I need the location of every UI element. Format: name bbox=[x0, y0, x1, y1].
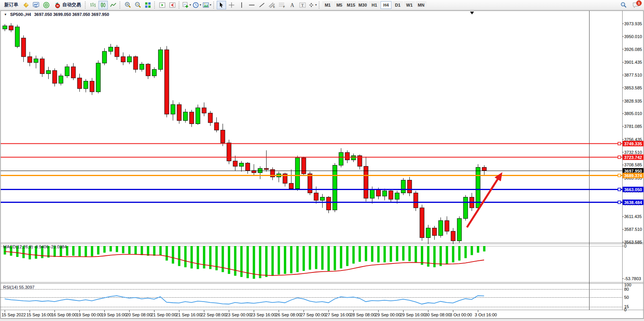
cursor-tool-button[interactable] bbox=[217, 1, 226, 9]
macd-bar bbox=[427, 246, 430, 267]
add-indicator-button[interactable]: ▾ bbox=[182, 1, 191, 9]
line-chart-icon bbox=[110, 2, 116, 8]
chart-symbol-period: SP500-,H4 bbox=[10, 12, 31, 17]
bull-candle bbox=[320, 197, 325, 200]
signals-button[interactable] bbox=[42, 1, 51, 9]
equidistant-channel-tool-button[interactable]: E bbox=[267, 1, 277, 9]
timeframe-m1-button[interactable]: M1 bbox=[322, 1, 333, 9]
candlestick-chart-button[interactable] bbox=[98, 1, 108, 9]
line-endpoint-marker bbox=[618, 188, 621, 191]
line-chart-button[interactable] bbox=[109, 1, 118, 9]
new-order-button[interactable]: 新订单 bbox=[2, 1, 21, 9]
svg-text:3723.742: 3723.742 bbox=[624, 155, 642, 160]
timeframe-m5-button[interactable]: M5 bbox=[334, 1, 345, 9]
svg-text:80: 80 bbox=[624, 287, 629, 291]
svg-text:3563.585: 3563.585 bbox=[624, 240, 642, 244]
bull-candle bbox=[65, 67, 69, 76]
svg-text:15 Sep 16:00: 15 Sep 16:00 bbox=[26, 312, 52, 317]
terminal-icon-button[interactable] bbox=[32, 1, 41, 9]
timeframe-m15-button[interactable]: M15 bbox=[346, 1, 356, 9]
timeframe-mn-button[interactable]: MN bbox=[416, 1, 426, 9]
macd-bar bbox=[377, 246, 380, 262]
auto-trading-button[interactable]: 自动交易 bbox=[52, 1, 83, 9]
bull-candle bbox=[59, 76, 63, 83]
timeframe-h1-button[interactable]: H1 bbox=[369, 1, 380, 9]
zoom-out-icon bbox=[135, 2, 141, 8]
bear-candle bbox=[133, 57, 138, 70]
macd-indicator-label: MACD(12,26,9) -8.9406 -23.0384 bbox=[3, 244, 67, 249]
crosshair-tool-button[interactable] bbox=[227, 1, 236, 9]
vertical-line-tool-button[interactable] bbox=[237, 1, 246, 9]
macd-bar bbox=[85, 246, 87, 257]
trendline-icon bbox=[259, 2, 265, 8]
bear-candle bbox=[146, 64, 150, 76]
bear-candle bbox=[9, 26, 13, 30]
svg-text:3828.935: 3828.935 bbox=[624, 99, 642, 103]
macd-bar bbox=[297, 246, 299, 272]
bull-candle bbox=[401, 180, 405, 193]
template-button[interactable]: ▾ bbox=[202, 1, 212, 9]
arrows-tool-button[interactable]: ▾ bbox=[308, 1, 317, 9]
auto-scroll-button[interactable] bbox=[158, 1, 167, 9]
bull-candle bbox=[171, 105, 175, 114]
deposit-icon[interactable] bbox=[21, 1, 31, 9]
bear-candle bbox=[227, 143, 231, 161]
toolbar-grip bbox=[179, 2, 181, 9]
macd-bar bbox=[365, 246, 367, 261]
tile-windows-icon bbox=[145, 2, 151, 8]
trendline-tool-button[interactable] bbox=[257, 1, 267, 9]
timeframe-d1-button[interactable]: D1 bbox=[392, 1, 403, 9]
macd-bar bbox=[446, 246, 448, 264]
bull-candle bbox=[333, 165, 337, 210]
macd-bar bbox=[465, 246, 467, 258]
chart-shift-button[interactable] bbox=[168, 1, 177, 9]
toolbar-grip bbox=[119, 2, 121, 9]
text-tool-button[interactable]: A bbox=[288, 1, 297, 9]
bull-candle bbox=[395, 193, 399, 199]
timeframe-m30-button[interactable]: M30 bbox=[357, 1, 368, 9]
macd-bar bbox=[384, 246, 386, 262]
macd-bar bbox=[197, 246, 199, 269]
svg-text:3781.085: 3781.085 bbox=[624, 124, 642, 129]
bull-candle bbox=[34, 59, 38, 63]
chevron-down-icon: ▾ bbox=[190, 3, 191, 7]
macd-bar bbox=[390, 246, 392, 262]
bear-candle bbox=[121, 57, 125, 62]
macd-bar bbox=[284, 246, 286, 274]
macd-bar bbox=[116, 246, 118, 252]
macd-bar bbox=[440, 246, 442, 266]
horizontal-line-tool-button[interactable] bbox=[247, 1, 256, 9]
macd-bar bbox=[458, 246, 461, 260]
timeframe-menu-button[interactable]: ▾ bbox=[192, 1, 202, 9]
toolbar-grip bbox=[154, 2, 156, 9]
macd-bar bbox=[328, 246, 330, 271]
bull-candle bbox=[84, 81, 88, 89]
bear-candle bbox=[345, 152, 349, 160]
zoom-out-button[interactable] bbox=[133, 1, 142, 9]
tile-windows-button[interactable] bbox=[143, 1, 153, 9]
timeframe-h4-button[interactable]: H4 bbox=[381, 1, 391, 9]
bar-chart-button[interactable] bbox=[88, 1, 98, 9]
zoom-in-button[interactable] bbox=[123, 1, 132, 9]
channel-icon: E bbox=[268, 2, 275, 8]
svg-text:E: E bbox=[273, 5, 275, 8]
notifications-button[interactable]: 1 bbox=[631, 1, 641, 9]
svg-text:22 Sep 08:00: 22 Sep 08:00 bbox=[201, 312, 226, 317]
svg-text:3877.510: 3877.510 bbox=[624, 73, 642, 77]
bear-candle bbox=[246, 163, 250, 171]
search-button[interactable] bbox=[619, 1, 628, 9]
macd-bar bbox=[290, 246, 293, 273]
macd-bar bbox=[402, 246, 405, 260]
svg-text:T: T bbox=[301, 3, 304, 7]
bear-candle bbox=[314, 193, 318, 200]
fibonacci-tool-button[interactable]: F bbox=[277, 1, 287, 9]
bear-candle bbox=[165, 50, 169, 114]
svg-text:23 Sep 00:00: 23 Sep 00:00 bbox=[226, 312, 251, 317]
toolbar-grip bbox=[319, 2, 321, 9]
bull-candle bbox=[383, 191, 387, 196]
chart-canvas[interactable]: 3973.9353950.0103926.0853901.4353877.510… bbox=[0, 0, 644, 321]
label-tool-button[interactable]: T bbox=[298, 1, 307, 9]
chart-frame bbox=[1, 11, 644, 319]
rsi-indicator-label: RSI(14) 55.3097 bbox=[3, 285, 35, 290]
timeframe-w1-button[interactable]: W1 bbox=[404, 1, 415, 9]
